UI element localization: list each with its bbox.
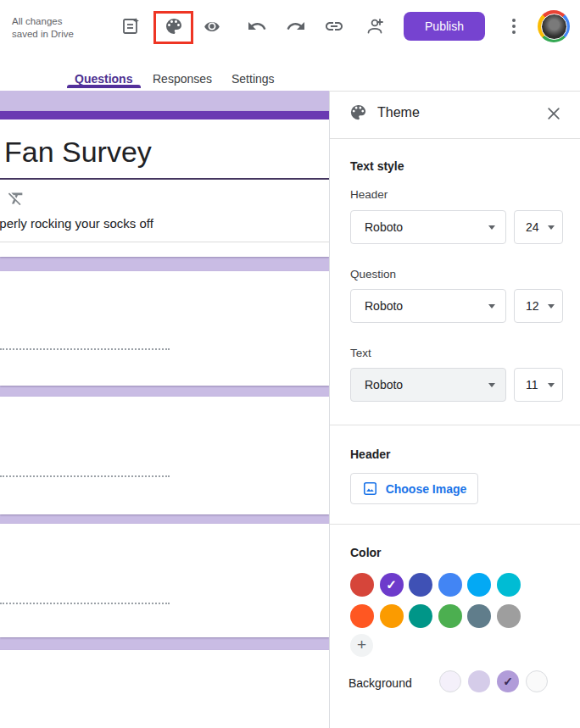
color-section-label: Color	[350, 546, 382, 559]
background-option[interactable]	[468, 670, 490, 692]
header-font-value: Roboto	[351, 220, 488, 234]
form-accent-bar	[0, 111, 329, 119]
link-icon[interactable]	[324, 16, 344, 36]
color-swatch[interactable]	[350, 573, 374, 597]
color-swatch[interactable]	[409, 573, 432, 597]
choose-image-label: Choose Image	[386, 482, 467, 496]
text-font-value: Roboto	[351, 378, 488, 392]
header-font-select[interactable]: Roboto	[350, 210, 506, 244]
color-swatch[interactable]	[438, 604, 462, 628]
chevron-down-icon	[548, 383, 555, 387]
form-description[interactable]: operly rocking your socks off	[0, 214, 153, 233]
tab-responses[interactable]: Responses	[153, 72, 212, 86]
title-underline	[0, 178, 329, 180]
add-custom-color-button[interactable]: +	[350, 634, 373, 657]
chevron-down-icon	[488, 225, 495, 230]
color-swatch-selected[interactable]: ✓	[380, 573, 404, 597]
publish-button[interactable]: Publish	[404, 12, 485, 41]
background-option[interactable]	[439, 670, 461, 692]
chevron-down-icon	[548, 225, 555, 230]
undo-icon[interactable]	[247, 16, 267, 36]
form-edit-area: Fan Survey operly rocking your socks off	[0, 91, 329, 728]
header-size-value: 24	[515, 220, 548, 234]
header-section-label: Header	[350, 447, 390, 461]
question-size-select[interactable]: 12	[514, 289, 563, 323]
divider	[330, 524, 580, 525]
more-options-icon[interactable]	[508, 16, 520, 36]
form-header-card[interactable]: Fan Survey operly rocking your socks off	[0, 111, 329, 257]
text-size-select[interactable]: 11	[514, 368, 563, 402]
account-avatar[interactable]	[538, 10, 570, 42]
question-card[interactable]	[0, 271, 329, 386]
color-swatch[interactable]	[467, 604, 491, 628]
theme-palette-icon[interactable]	[164, 16, 184, 36]
image-icon	[362, 481, 378, 497]
theme-panel: Theme Text style Header Roboto 24 Questi…	[329, 91, 580, 728]
add-person-icon[interactable]	[364, 16, 384, 36]
palette-icon	[349, 103, 368, 122]
color-swatch[interactable]	[350, 604, 374, 628]
background-option[interactable]	[526, 670, 548, 692]
text-style-section-label: Text style	[350, 159, 404, 173]
divider	[330, 425, 580, 425]
text-field-label: Text	[350, 347, 371, 359]
short-answer-placeholder	[0, 603, 170, 604]
color-swatch-grid: ✓	[350, 573, 537, 628]
panel-title: Theme	[377, 105, 420, 120]
form-title[interactable]: Fan Survey	[4, 135, 152, 169]
background-options: ✓	[439, 670, 548, 692]
question-field-label: Question	[350, 268, 396, 281]
background-option-selected[interactable]: ✓	[497, 670, 519, 692]
question-card[interactable]	[0, 524, 329, 637]
color-swatch[interactable]	[467, 573, 491, 597]
color-swatch[interactable]	[380, 604, 404, 628]
divider	[330, 138, 580, 139]
chevron-down-icon	[488, 304, 495, 308]
active-tab-underline	[67, 85, 141, 88]
question-card[interactable]	[0, 397, 329, 514]
checkmark-icon: ✓	[503, 675, 513, 688]
color-swatch[interactable]	[497, 604, 521, 628]
color-swatch[interactable]	[409, 604, 432, 628]
save-status-text: All changes saved in Drive	[12, 15, 85, 41]
header-size-select[interactable]: 24	[514, 210, 563, 244]
background-section-label: Background	[349, 676, 412, 690]
text-font-select[interactable]: Roboto	[350, 368, 506, 402]
choose-image-button[interactable]: Choose Image	[350, 473, 478, 504]
header-field-label: Header	[350, 188, 388, 201]
short-answer-placeholder	[0, 348, 170, 350]
avatar-photo	[541, 14, 567, 40]
color-swatch[interactable]	[497, 573, 521, 597]
question-font-select[interactable]: Roboto	[350, 289, 506, 323]
form-sparkle-icon[interactable]	[120, 16, 141, 36]
question-card[interactable]	[0, 650, 329, 728]
chevron-down-icon	[548, 304, 555, 308]
preview-eye-icon[interactable]	[202, 16, 222, 36]
text-size-value: 11	[515, 378, 548, 392]
checkmark-icon: ✓	[386, 577, 397, 592]
description-underline	[0, 242, 329, 242]
color-swatch[interactable]	[438, 573, 462, 597]
question-size-value: 12	[515, 299, 548, 313]
tab-questions[interactable]: Questions	[75, 72, 132, 86]
clear-formatting-icon[interactable]	[7, 189, 25, 208]
question-font-value: Roboto	[351, 299, 488, 313]
tab-settings[interactable]: Settings	[231, 72, 275, 86]
short-answer-placeholder	[0, 475, 170, 477]
chevron-down-icon	[488, 383, 495, 387]
close-icon[interactable]	[545, 105, 562, 122]
redo-icon[interactable]	[286, 16, 306, 36]
